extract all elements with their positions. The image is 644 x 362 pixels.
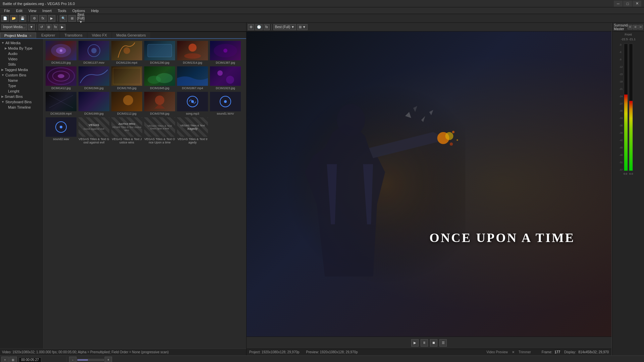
- preview-close-btn[interactable]: ✕: [512, 350, 515, 354]
- media-item[interactable]: DCIM3112.jpg: [111, 91, 143, 116]
- settings-button[interactable]: ⚙: [31, 15, 38, 22]
- menu-file[interactable]: File: [1, 8, 13, 13]
- svg-point-50: [457, 139, 458, 141]
- timeline-zoom-out[interactable]: -: [69, 357, 76, 362]
- surround-options-button[interactable]: ⚙: [628, 25, 632, 29]
- media-item[interactable]: DCIM1566.jpg: [78, 66, 110, 90]
- tree-custom-lenght[interactable]: Lenght: [0, 88, 43, 94]
- new-button[interactable]: 📄: [1, 15, 9, 22]
- save-button[interactable]: 💾: [19, 15, 26, 22]
- tree-all-media[interactable]: ▼ All Media: [0, 40, 43, 46]
- media-item[interactable]: sound2.wav: [45, 117, 77, 145]
- menu-view[interactable]: View: [26, 8, 39, 13]
- tree-tagged-media[interactable]: ▶ Tagged Media: [0, 67, 43, 72]
- media-item[interactable]: DCIM3768.jpg: [144, 91, 176, 116]
- media-item[interactable]: DCIM1867.mp4: [176, 66, 209, 90]
- play-button[interactable]: ▶: [48, 15, 55, 22]
- media-item[interactable]: VEGAS Titles & Text tragedy VEGAS Titles…: [176, 117, 209, 145]
- preview-pause-button[interactable]: ⏸: [421, 339, 428, 347]
- preview-image: Once Upon a Time: [247, 32, 611, 337]
- tab-media-generators[interactable]: Media Generators: [112, 32, 150, 38]
- media-tree[interactable]: ▼ All Media ▶ Media By Type Audio Video …: [0, 39, 44, 349]
- menu-tools[interactable]: Tools: [55, 8, 69, 13]
- tree-custom-type[interactable]: Type: [0, 83, 43, 88]
- tree-smart-bins[interactable]: ▶ Smart Bins: [0, 94, 43, 99]
- media-item[interactable]: DCIM1845.jpg: [144, 66, 176, 90]
- menu-insert[interactable]: Insert: [40, 8, 54, 13]
- tree-main-timeline[interactable]: Main Timeline: [0, 105, 43, 110]
- tab-project-media[interactable]: Project Media ✕: [0, 33, 36, 38]
- surround-grid-button[interactable]: ⊞: [633, 25, 638, 29]
- media-item[interactable]: VEGAS Titles & Text Once Upon a time VEG…: [144, 117, 176, 145]
- media-item[interactable]: DCIM1999.jpg: [78, 91, 110, 116]
- timeline-snap-button[interactable]: ⊞: [9, 357, 17, 362]
- preview-channel-button[interactable]: fx: [264, 24, 270, 30]
- tree-custom-bins[interactable]: ▼ Custom Bins: [0, 72, 43, 78]
- tree-custom-name[interactable]: Name: [0, 78, 43, 83]
- preview-settings-button[interactable]: ⚙: [248, 24, 254, 30]
- menu-options[interactable]: Options: [70, 8, 88, 13]
- open-button[interactable]: 📂: [10, 15, 17, 22]
- media-item[interactable]: song.mp3: [176, 91, 209, 116]
- media-item[interactable]: DCIM1290.jpg: [144, 40, 176, 65]
- timeline-zoom-slider[interactable]: [77, 359, 104, 361]
- tree-stills[interactable]: Stills: [0, 62, 43, 67]
- tree-video[interactable]: Video: [0, 56, 43, 62]
- media-item[interactable]: DCIM1412.jpg: [45, 66, 77, 90]
- media-item[interactable]: DCIM1120.jpg: [45, 40, 77, 65]
- media-item[interactable]: DCIM1137.mov: [78, 40, 110, 65]
- preview-viewport: Once Upon a Time: [247, 32, 611, 337]
- svg-point-38: [155, 96, 164, 105]
- vu-scale: -3 -6 -9 -12 -15 -18 -21 -24 -27 -30 -33…: [619, 44, 623, 171]
- preview-timecode-button[interactable]: 🕐: [255, 24, 263, 30]
- media-item[interactable]: DCIM1314.jpg: [176, 40, 209, 65]
- media-item[interactable]: DCIM1923.jpg: [209, 66, 241, 90]
- surround-expand-button[interactable]: ≫: [638, 25, 643, 29]
- svg-point-3: [60, 49, 62, 52]
- svg-point-51: [450, 142, 453, 146]
- preview-stop-button[interactable]: ⏹: [430, 339, 437, 347]
- minimize-button[interactable]: ─: [614, 1, 623, 7]
- tree-storyboard-bins[interactable]: ▼ Storyboard Bins: [0, 99, 43, 105]
- tab-transitions[interactable]: Transitions: [60, 32, 87, 38]
- media-view-button[interactable]: ⊞: [46, 24, 52, 30]
- media-item[interactable]: DCIM1387.jpg: [209, 40, 241, 65]
- preview-quality-button[interactable]: Best (Full) ▼: [273, 24, 296, 30]
- media-item[interactable]: DCIM1939.mp4: [45, 91, 77, 116]
- front-label: Front: [625, 33, 632, 36]
- preview-menu-button[interactable]: ☰: [439, 339, 447, 347]
- front-value: -22.5 -21.1: [621, 38, 636, 41]
- tree-media-by-type[interactable]: ▶ Media By Type: [0, 46, 43, 51]
- media-options-button[interactable]: ▼: [28, 24, 35, 30]
- media-thumb: [210, 92, 241, 111]
- close-button[interactable]: ✕: [633, 1, 641, 7]
- media-grid[interactable]: DCIM1120.jpg DCIM1137.mov DCIM1234.mp4: [44, 39, 246, 349]
- tab-explorer[interactable]: Explorer: [37, 32, 59, 38]
- media-item[interactable]: DCIM1234.mp4: [111, 40, 143, 65]
- media-refresh-button[interactable]: ↺: [39, 24, 45, 30]
- media-item[interactable]: sound1.WAV: [209, 91, 241, 116]
- maximize-button[interactable]: □: [623, 1, 632, 7]
- media-fx-button[interactable]: fx: [53, 24, 59, 30]
- import-media-button[interactable]: Import Media...: [1, 24, 27, 30]
- preview-quality[interactable]: Best (Full) ▼: [77, 15, 85, 22]
- timeline-zoom-in[interactable]: +: [105, 357, 112, 362]
- media-filename: DCIM3112.jpg: [111, 112, 142, 115]
- media-item[interactable]: VEGAS Good against evil VEGAS Titles & T…: [78, 117, 110, 145]
- menu-edit[interactable]: Edit: [13, 8, 25, 13]
- media-filename: VEGAS Titles & Text tragedy: [177, 137, 208, 144]
- media-play-button[interactable]: ▶: [59, 24, 65, 30]
- preview-play-button[interactable]: ▶: [411, 339, 419, 347]
- tab-video-fx[interactable]: Video FX: [88, 32, 111, 38]
- media-item[interactable]: DCIM1765.jpg: [111, 66, 143, 90]
- zoom-button[interactable]: 🔍: [60, 15, 67, 22]
- tree-audio[interactable]: Audio: [0, 51, 43, 56]
- fx-button[interactable]: fx: [39, 15, 47, 22]
- media-filename: DCIM1923.jpg: [210, 86, 241, 90]
- preview-scale-button[interactable]: ⊞ ▼: [297, 24, 308, 30]
- media-item[interactable]: JusTIce WIns VEGAS Titles & Text Justice…: [111, 117, 143, 145]
- close-tab-project-media[interactable]: ✕: [29, 34, 32, 38]
- grid-button[interactable]: ⊞: [68, 15, 76, 22]
- menu-help[interactable]: Help: [88, 8, 101, 13]
- add-track-button[interactable]: +: [1, 357, 9, 362]
